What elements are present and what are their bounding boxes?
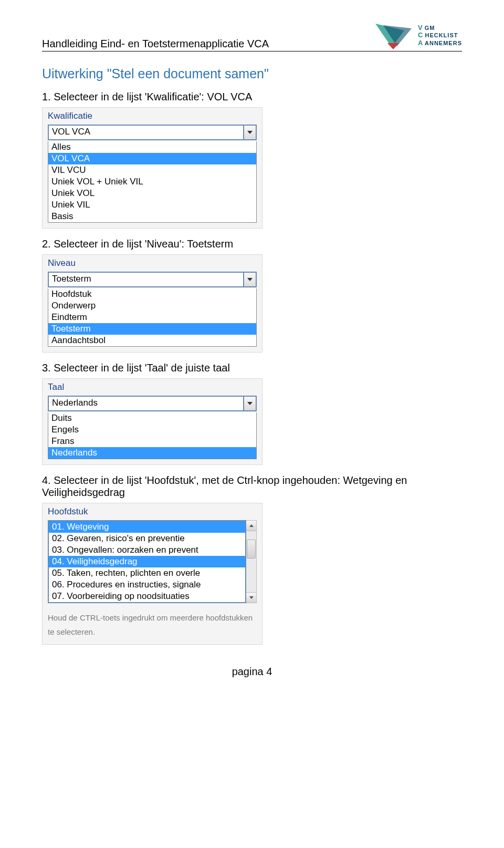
list-item[interactable]: 05. Taken, rechten, plichten en overle [49, 567, 245, 579]
list-item[interactable]: Aandachtsbol [48, 335, 256, 346]
hoofdstuk-label: Hoofdstuk [48, 506, 257, 517]
list-item[interactable]: Eindterm [48, 312, 256, 323]
kwalificatie-value: VOL VCA [48, 125, 243, 140]
kwalificatie-label: Kwalificatie [48, 111, 257, 121]
niveau-value: Toetsterm [48, 272, 243, 287]
list-item[interactable]: 03. Ongevallen: oorzaken en prevent [49, 544, 245, 556]
step-4-text: 4. Selecteer in de lijst 'Hoofdstuk', me… [42, 474, 462, 499]
kwalificatie-dropdown-button[interactable] [243, 125, 257, 140]
list-item[interactable]: Basis [48, 211, 256, 222]
taal-value: Nederlands [48, 396, 243, 411]
list-item[interactable]: Uniek VOL + Uniek VIL [48, 176, 256, 188]
logo-text: V GM C HECKLIST A ANNEMERS [418, 24, 462, 47]
scroll-down-button[interactable] [246, 592, 256, 603]
list-item[interactable]: Duits [48, 412, 256, 424]
niveau-dropdown-button[interactable] [243, 272, 257, 287]
list-item[interactable]: 04. Veiligheidsgedrag [49, 556, 245, 567]
page-footer: pagina 4 [42, 666, 462, 678]
list-item[interactable]: Hoofdstuk [48, 288, 256, 300]
kwalificatie-widget: Kwalificatie VOL VCA Alles VOL VCA VIL V… [42, 107, 262, 229]
header-title: Handleiding Eind- en Toetstermenapplicat… [42, 38, 269, 50]
list-item[interactable]: 06. Procedures en instructies, signale [49, 579, 245, 591]
hoofdstuk-hint: Houd de CTRL-toets ingedrukt om meerdere… [48, 611, 257, 639]
hoofdstuk-widget: Hoofdstuk 01. Wetgeving 02. Gevaren, ris… [42, 503, 262, 645]
niveau-widget: Niveau Toetsterm Hoofdstuk Onderwerp Ein… [42, 254, 262, 353]
list-item[interactable]: 07. Voorbereiding op noodsituaties [49, 591, 245, 602]
kwalificatie-listbox[interactable]: Alles VOL VCA VIL VCU Uniek VOL + Uniek … [48, 141, 257, 223]
list-item[interactable]: 01. Wetgeving [49, 521, 245, 533]
page-header: Handleiding Eind- en Toetstermenapplicat… [42, 21, 462, 51]
scroll-up-button[interactable] [246, 521, 256, 531]
list-item[interactable]: Frans [48, 436, 256, 447]
list-item[interactable]: Uniek VIL [48, 199, 256, 211]
svg-marker-2 [387, 43, 399, 49]
list-item[interactable]: VOL VCA [48, 153, 256, 164]
list-item[interactable]: VIL VCU [48, 164, 256, 176]
taal-dropdown-button[interactable] [243, 396, 257, 411]
niveau-label: Niveau [48, 258, 257, 268]
section-title: Uitwerking "Stel een document samen" [42, 66, 462, 81]
niveau-combobox[interactable]: Toetsterm [48, 272, 257, 287]
taal-widget: Taal Nederlands Duits Engels Frans Neder… [42, 378, 262, 465]
list-item[interactable]: Onderwerp [48, 300, 256, 312]
step-3-text: 3. Selecteer in de lijst 'Taal' de juist… [42, 362, 462, 374]
list-item[interactable]: Engels [48, 424, 256, 436]
chevron-down-icon [247, 278, 253, 281]
chevron-down-icon [247, 131, 253, 134]
step-1-text: 1. Selecteer in de lijst 'Kwalificatie':… [42, 91, 462, 103]
niveau-listbox[interactable]: Hoofdstuk Onderwerp Eindterm Toetsterm A… [48, 288, 257, 347]
taal-combobox[interactable]: Nederlands [48, 396, 257, 411]
kwalificatie-combobox[interactable]: VOL VCA [48, 125, 257, 140]
scroll-track[interactable] [246, 531, 256, 592]
chevron-up-icon [249, 524, 254, 527]
vca-logo: V GM C HECKLIST A ANNEMERS [373, 21, 462, 50]
taal-label: Taal [48, 382, 257, 392]
hoofdstuk-listbox[interactable]: 01. Wetgeving 02. Gevaren, risico's en p… [48, 520, 246, 603]
step-2-text: 2. Selecteer in de lijst 'Niveau': Toets… [42, 238, 462, 250]
list-item[interactable]: Uniek VOL [48, 188, 256, 199]
taal-listbox[interactable]: Duits Engels Frans Nederlands [48, 412, 257, 459]
logo-graphic-icon [373, 21, 415, 50]
list-item[interactable]: Toetsterm [48, 323, 256, 335]
chevron-down-icon [247, 402, 253, 405]
list-item[interactable]: 02. Gevaren, risico's en preventie [49, 533, 245, 544]
list-item[interactable]: Alles [48, 141, 256, 153]
hoofdstuk-scrollbar[interactable] [246, 520, 257, 603]
list-item[interactable]: Nederlands [48, 447, 256, 459]
scroll-thumb[interactable] [247, 540, 256, 559]
chevron-down-icon [249, 596, 254, 599]
